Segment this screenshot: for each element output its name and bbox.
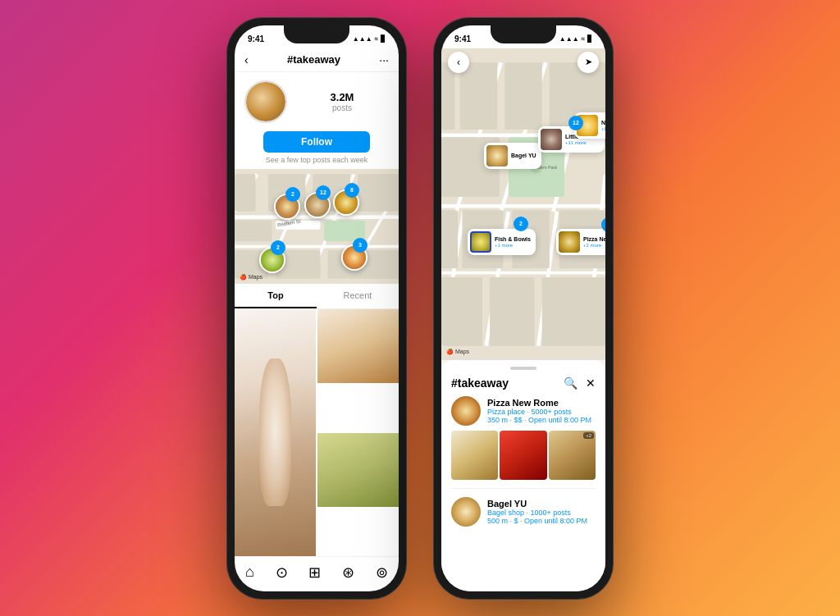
- phone-2: 9:41 Cleveland St ▲▲▲ ≈ ▊: [433, 17, 614, 600]
- bagel-meta: Bagel shop · 1000+ posts: [487, 509, 596, 517]
- close-icon[interactable]: ✕: [586, 376, 596, 390]
- bagel-posts: 1000+ posts: [531, 509, 571, 517]
- status-icons-1: ▲▲▲ ≈ ▊: [353, 35, 386, 43]
- svg-rect-43: [542, 277, 605, 346]
- location-card-pizza: Pizza New Rome Pizza place · 5000+ posts…: [451, 396, 596, 489]
- more-badge: +2: [583, 432, 594, 439]
- profile-section: 3.2M posts: [235, 72, 399, 128]
- post-cell-3[interactable]: [317, 433, 399, 507]
- avatar-1: [244, 80, 287, 123]
- sheet-header: #takeaway 🔍 ✕: [451, 376, 596, 390]
- svg-rect-37: [441, 210, 458, 268]
- pizza-posts: 5000+ posts: [532, 408, 572, 416]
- follow-subtitle: See a few top posts each week: [266, 156, 368, 164]
- status-icons-2: ▲▲▲ ≈ ▊: [559, 35, 592, 43]
- posts-label: posts: [295, 103, 389, 112]
- nav-search[interactable]: ⊙: [276, 564, 288, 582]
- phone-1: 9:41 ▲▲▲ ≈ ▊ ‹ #takeaway ··· 3.2M: [226, 17, 407, 600]
- bagel-price: · $: [510, 517, 518, 525]
- bottom-sheet: #takeaway 🔍 ✕ Pizza New Rome: [441, 360, 605, 591]
- search-icon[interactable]: 🔍: [564, 376, 578, 390]
- map-area-1[interactable]: Redfern St 2 12 8 2: [235, 169, 399, 284]
- post-cell-1[interactable]: [235, 309, 316, 556]
- bagel-distance: 500 m: [487, 517, 508, 525]
- svg-rect-11: [358, 174, 399, 211]
- location-card-bagel: Bagel YU Bagel shop · 1000+ posts 500 m …: [451, 497, 596, 540]
- svg-rect-13: [235, 220, 272, 240]
- more-button-1[interactable]: ···: [379, 53, 389, 66]
- signal-icon-1: ▲▲▲: [353, 35, 372, 43]
- pizza-meta: Pizza place · 5000+ posts: [487, 408, 596, 416]
- post-grid: [235, 309, 399, 556]
- time-2: 9:41: [454, 34, 471, 43]
- pizza-name: Pizza New Rome: [487, 398, 596, 408]
- profile-stats: 3.2M posts: [295, 91, 389, 112]
- location-button[interactable]: ➤: [578, 52, 599, 73]
- post-cell-2[interactable]: [317, 309, 399, 383]
- svg-rect-6: [235, 244, 399, 248]
- ig-header: ‹ #takeaway ···: [235, 48, 399, 72]
- svg-rect-8: [235, 174, 255, 211]
- pizza-photo-1[interactable]: [451, 431, 498, 480]
- pizza-status: Open until 8:00 PM: [528, 416, 591, 424]
- back-button-2[interactable]: ‹: [448, 52, 469, 73]
- pizza-avatar[interactable]: [451, 396, 481, 426]
- bagel-info: Bagel YU Bagel shop · 1000+ posts 500 m …: [487, 499, 596, 525]
- time-1: 9:41: [248, 34, 264, 43]
- follow-button[interactable]: Follow: [263, 131, 370, 153]
- place-bubble-fish[interactable]: Fish & Bowls +1 more: [468, 229, 536, 255]
- tab-top[interactable]: Top: [235, 284, 317, 308]
- follow-section: Follow See a few top posts each week: [235, 128, 399, 169]
- notch-2: [491, 25, 556, 43]
- svg-rect-41: [441, 277, 482, 346]
- bagel-avatar[interactable]: [451, 497, 481, 527]
- pizza-photo-3[interactable]: +2: [549, 431, 596, 480]
- tabs-1: Top Recent: [235, 284, 399, 309]
- wifi-icon-2: ≈: [582, 35, 585, 43]
- sheet-handle: [510, 367, 536, 370]
- map-cluster-12[interactable]: 12: [316, 185, 331, 200]
- bagel-status: Open until 8:00 PM: [524, 517, 587, 525]
- map-header-2: ‹ ➤: [441, 48, 605, 76]
- pizza-info: Pizza New Rome Pizza place · 5000+ posts…: [487, 398, 596, 424]
- back-button-1[interactable]: ‹: [244, 53, 249, 66]
- pizza-distance: 350 m: [487, 416, 508, 424]
- nav-shop[interactable]: ⊛: [342, 564, 354, 582]
- tab-recent[interactable]: Recent: [317, 284, 399, 308]
- svg-rect-28: [441, 271, 605, 274]
- nav-reels[interactable]: ⊞: [308, 564, 321, 582]
- map-cluster-2b[interactable]: 2: [271, 240, 285, 255]
- wifi-icon-1: ≈: [375, 35, 378, 43]
- nav-home[interactable]: ⌂: [245, 564, 254, 581]
- apple-maps-1: 🍎 Maps: [240, 274, 262, 281]
- apple-maps-2: 🍎 Maps: [446, 349, 469, 355]
- battery-icon-2: ▊: [587, 35, 592, 43]
- cluster-2b[interactable]: 2: [514, 217, 528, 231]
- svg-rect-42: [490, 277, 535, 346]
- hashtag-title: #takeaway: [287, 53, 340, 66]
- battery-icon-1: ▊: [381, 35, 386, 43]
- bagel-name: Bagel YU: [487, 499, 596, 509]
- map-cluster-8[interactable]: 8: [345, 183, 359, 198]
- signal-icon-2: ▲▲▲: [559, 35, 579, 43]
- pizza-price: · $$: [510, 416, 523, 424]
- map-cluster-3[interactable]: 3: [353, 238, 368, 253]
- svg-rect-27: [441, 204, 605, 208]
- sheet-action-icons: 🔍 ✕: [564, 376, 596, 390]
- pizza-type: Pizza place: [487, 408, 525, 416]
- posts-count: 3.2M: [295, 91, 389, 103]
- pizza-details: 350 m · $$ · Open until 8:00 PM: [487, 416, 596, 424]
- pizza-photo-2[interactable]: [500, 431, 546, 480]
- bottom-nav-1: ⌂ ⊙ ⊞ ⊛ ⊚: [235, 556, 399, 591]
- bagel-details: 500 m · $ · Open until 8:00 PM: [487, 517, 596, 525]
- map-cluster-2[interactable]: 2: [285, 187, 300, 202]
- pizza-photos: +2: [451, 431, 596, 480]
- cluster-12[interactable]: 12: [568, 116, 583, 130]
- place-bubble-pizza[interactable]: Pizza New Rome +2 more: [556, 229, 605, 255]
- notch: [284, 25, 349, 43]
- sheet-hashtag: #takeaway: [451, 376, 509, 390]
- place-bubble-bagel[interactable]: Bagel YU: [484, 143, 541, 169]
- map-full[interactable]: Redfern Park ‹ ➤: [441, 48, 605, 360]
- bagel-type: Bagel shop: [487, 509, 524, 517]
- nav-profile[interactable]: ⊚: [376, 564, 388, 582]
